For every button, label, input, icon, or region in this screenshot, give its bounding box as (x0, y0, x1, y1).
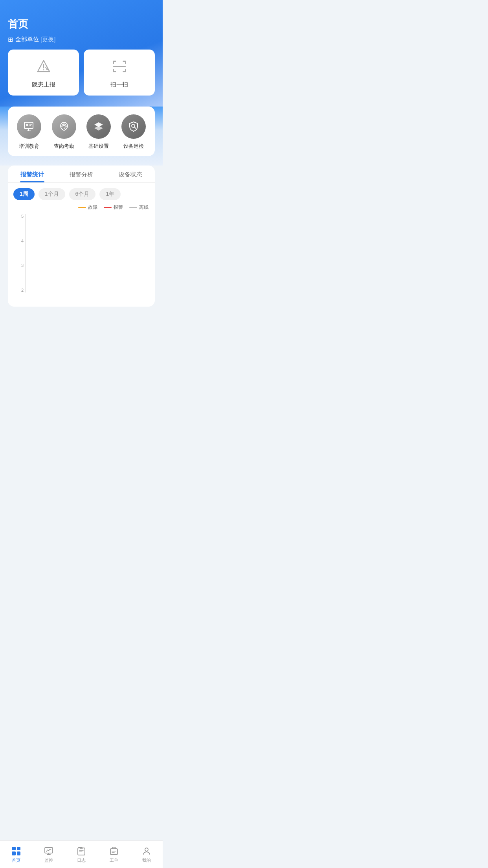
stats-card: 报警统计 报警分析 设备状态 1周 1个月 6个月 1年 (8, 166, 155, 307)
report-card[interactable]: 隐患上报 (8, 50, 79, 96)
stats-tabs: 报警统计 报警分析 设备状态 (8, 166, 155, 183)
unit-icon: ⊞ (8, 36, 13, 43)
tab-alarm-analysis[interactable]: 报警分析 (57, 166, 106, 182)
training-label: 培训教育 (19, 143, 39, 150)
function-training[interactable]: 培训教育 (15, 114, 43, 150)
scan-label: 扫一扫 (110, 81, 128, 88)
legend-alarm-line (104, 207, 112, 208)
legend-offline-label: 离线 (139, 204, 149, 211)
layers-icon-circle (86, 114, 111, 139)
training-icon-circle (17, 114, 41, 139)
period-6month[interactable]: 6个月 (69, 188, 96, 200)
y-label-2: 2 (14, 288, 24, 292)
y-label-4: 4 (14, 239, 24, 243)
inspection-label: 设备巡检 (123, 143, 144, 150)
function-attendance[interactable]: 查岗考勤 (50, 114, 78, 150)
header-section: 首页 ⊞ 全部单位 [更换] 隐患上报 (0, 0, 163, 107)
chart-area: 5 4 3 2 (8, 214, 155, 307)
tab-device-status[interactable]: 设备状态 (106, 166, 155, 182)
app-container: 首页 ⊞ 全部单位 [更换] 隐患上报 (0, 0, 163, 338)
settings-label: 基础设置 (88, 143, 109, 150)
y-axis: 5 4 3 2 (14, 214, 24, 292)
legend-alarm-label: 报警 (114, 204, 123, 211)
main-content: 报警统计 报警分析 设备状态 1周 1个月 6个月 1年 (0, 166, 163, 338)
period-1month[interactable]: 1个月 (39, 188, 65, 200)
grid-line-5 (26, 214, 149, 214)
unit-change-button[interactable]: [更换] (40, 36, 55, 43)
y-label-3: 3 (14, 263, 24, 268)
legend-offline: 离线 (129, 204, 149, 211)
function-settings[interactable]: 基础设置 (85, 114, 112, 150)
attendance-label: 查岗考勤 (54, 143, 74, 150)
chart-legend: 故障 报警 离线 (8, 204, 155, 214)
chart-container: 5 4 3 2 (14, 214, 149, 300)
fingerprint-icon-circle (52, 114, 76, 139)
grid-line-3 (26, 266, 149, 266)
warning-report-icon (36, 59, 51, 77)
svg-marker-12 (94, 126, 103, 131)
legend-alarm: 报警 (104, 204, 123, 211)
unit-row[interactable]: ⊞ 全部单位 [更换] (8, 36, 155, 43)
tab-alarm-stats[interactable]: 报警统计 (8, 166, 57, 182)
svg-point-2 (43, 69, 44, 70)
svg-line-14 (134, 127, 136, 129)
period-1year[interactable]: 1年 (99, 188, 121, 200)
chart-inner (25, 214, 149, 292)
legend-fault: 故障 (78, 204, 97, 211)
y-label-5: 5 (14, 214, 24, 219)
legend-fault-line (78, 207, 86, 208)
action-cards: 隐患上报 扫一扫 (8, 50, 155, 96)
middle-section: 培训教育 查岗考勤 (0, 107, 163, 166)
shield-search-icon-circle (121, 114, 146, 139)
period-row: 1周 1个月 6个月 1年 (8, 183, 155, 204)
report-label: 隐患上报 (32, 81, 55, 88)
scan-card[interactable]: 扫一扫 (84, 50, 155, 96)
period-1week[interactable]: 1周 (13, 188, 35, 200)
function-inspection[interactable]: 设备巡检 (120, 114, 147, 150)
scan-icon (112, 59, 127, 77)
page-title: 首页 (8, 17, 155, 31)
function-grid: 培训教育 查岗考勤 (8, 107, 155, 156)
svg-point-8 (26, 124, 28, 126)
grid-line-2 (26, 292, 149, 292)
legend-fault-label: 故障 (88, 204, 97, 211)
svg-rect-5 (24, 122, 33, 129)
grid-line-4 (26, 240, 149, 240)
unit-name: 全部单位 (15, 36, 39, 43)
legend-offline-line (129, 207, 137, 208)
chart-svg (26, 214, 149, 292)
